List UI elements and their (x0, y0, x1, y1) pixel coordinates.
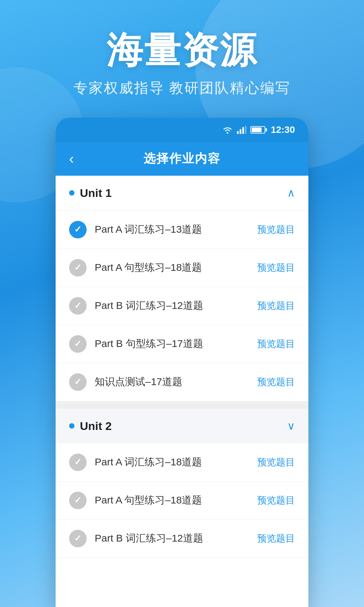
phone-mockup: 12:30 ‹ 选择作业内容 Unit 1 ∧ ✓ Part A 词汇练习–13… (56, 118, 308, 607)
exercise-item: ✓ Part A 句型练习–18道题 预览题目 (56, 482, 308, 520)
exercise-item: ✓ Part A 词汇练习–13道题 预览题目 (56, 211, 308, 249)
signal-icon (237, 126, 246, 134)
unit2-header[interactable]: Unit 2 ∨ (56, 405, 308, 443)
status-time: 12:30 (271, 124, 295, 135)
unit2-label: Unit 2 (80, 420, 112, 433)
exercise-item: ✓ 知识点测试–17道题 预览题目 (56, 363, 308, 401)
status-icons (222, 126, 265, 134)
exercise-item: ✓ Part A 句型练习–18道题 预览题目 (56, 249, 308, 287)
exercise-name: Part A 句型练习–18道题 (95, 261, 202, 274)
check-icon-checked[interactable]: ✓ (69, 221, 87, 238)
unit1-label: Unit 1 (80, 186, 112, 200)
exercise-item: ✓ Part B 词汇练习–12道题 预览题目 (56, 287, 308, 325)
unit1-header[interactable]: Unit 1 ∧ (56, 176, 308, 211)
check-icon-unchecked[interactable]: ✓ (69, 530, 87, 547)
exercise-item: ✓ Part A 词汇练习–18道题 预览题目 (56, 443, 308, 482)
svg-rect-3 (245, 126, 246, 134)
exercise-name: Part A 句型练习–18道题 (95, 493, 202, 507)
exercise-name: 知识点测试–17道题 (95, 375, 182, 389)
main-title: 海量资源 (20, 30, 344, 70)
preview-button[interactable]: 预览题目 (257, 494, 295, 507)
battery-icon (250, 126, 265, 134)
unit2-dot (69, 423, 74, 429)
unit1-dot (69, 190, 74, 196)
preview-button[interactable]: 预览题目 (257, 338, 295, 350)
svg-rect-2 (242, 127, 244, 134)
back-button[interactable]: ‹ (69, 152, 74, 166)
check-icon-unchecked[interactable]: ✓ (69, 259, 87, 277)
wifi-icon (222, 126, 233, 134)
check-icon-unchecked[interactable]: ✓ (69, 373, 87, 391)
section-divider (56, 401, 308, 405)
exercise-name: Part B 句型练习–17道题 (95, 337, 203, 351)
exercise-name: Part B 词汇练习–12道题 (95, 531, 203, 545)
exercise-item: ✓ Part B 词汇练习–12道题 预览题目 (56, 520, 308, 558)
check-icon-unchecked[interactable]: ✓ (69, 297, 87, 315)
preview-button[interactable]: 预览题目 (257, 299, 295, 312)
exercise-name: Part B 词汇练习–12道题 (95, 299, 203, 313)
sub-title: 专家权威指导 教研团队精心编写 (20, 79, 344, 97)
content-area: Unit 1 ∧ ✓ Part A 词汇练习–13道题 预览题目 ✓ Part … (56, 176, 308, 558)
check-icon-unchecked[interactable]: ✓ (69, 454, 87, 471)
hero-section: 海量资源 专家权威指导 教研团队精心编写 (0, 0, 364, 118)
preview-button[interactable]: 预览题目 (257, 532, 295, 545)
unit2-chevron[interactable]: ∨ (287, 420, 295, 432)
svg-rect-0 (237, 131, 239, 134)
status-bar: 12:30 (56, 118, 308, 142)
preview-button[interactable]: 预览题目 (257, 261, 295, 274)
unit1-chevron[interactable]: ∧ (287, 186, 295, 199)
preview-button[interactable]: 预览题目 (257, 223, 295, 236)
svg-rect-1 (240, 129, 241, 134)
preview-button[interactable]: 预览题目 (257, 456, 295, 469)
check-icon-unchecked[interactable]: ✓ (69, 492, 87, 509)
exercise-name: Part A 词汇练习–13道题 (95, 223, 202, 236)
exercise-name: Part A 词汇练习–18道题 (95, 455, 202, 469)
preview-button[interactable]: 预览题目 (257, 376, 295, 388)
check-icon-unchecked[interactable]: ✓ (69, 335, 87, 353)
exercise-item: ✓ Part B 句型练习–17道题 预览题目 (56, 325, 308, 363)
app-header: ‹ 选择作业内容 (56, 142, 308, 176)
app-header-title: 选择作业内容 (144, 150, 220, 167)
